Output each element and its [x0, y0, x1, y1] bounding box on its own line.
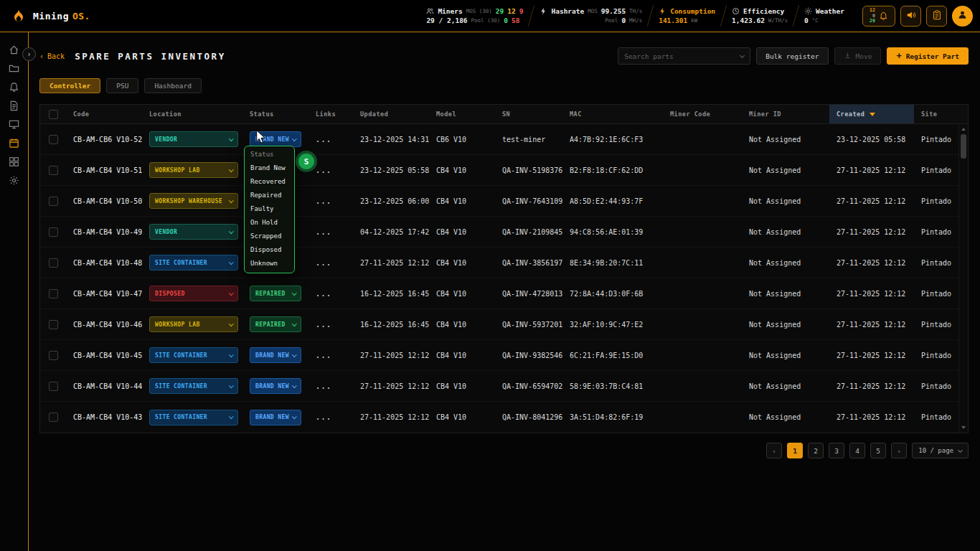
column-header-created[interactable]: Created	[829, 105, 914, 123]
sidebar-item-home[interactable]	[5, 42, 24, 57]
links-button[interactable]: ...	[316, 321, 332, 329]
cell-code: CB-AM-CB4_V10-51	[66, 166, 142, 174]
links-button[interactable]: ...	[316, 290, 332, 298]
page-size-select[interactable]: 10 / page	[912, 443, 969, 458]
mining-os-logo-icon	[10, 7, 27, 24]
location-select[interactable]: DISPOSED	[149, 286, 238, 301]
row-checkbox[interactable]	[49, 227, 58, 237]
status-option-faulty[interactable]: Faulty	[245, 202, 294, 215]
cell-model: CB4_V10	[429, 197, 495, 205]
register-part-button[interactable]: + Register Part	[887, 47, 969, 65]
tab-controller[interactable]: Controller	[39, 78, 100, 93]
scroll-down-icon[interactable]	[959, 423, 968, 432]
status-option-unknown[interactable]: Unknown	[245, 256, 294, 270]
sidebar-item-modules[interactable]	[5, 154, 24, 169]
page-button-2[interactable]: 2	[808, 443, 824, 458]
page-button-5[interactable]: 5	[870, 443, 886, 458]
links-button[interactable]: ...	[316, 136, 332, 143]
status-select[interactable]: BRAND NEW	[250, 378, 301, 394]
hashrate-pool-unit: MH/s	[629, 18, 642, 24]
scrollbar-thumb[interactable]	[961, 134, 966, 159]
cell-site: Pintado	[914, 197, 958, 205]
location-select[interactable]: VENDOR	[149, 224, 238, 240]
row-checkbox[interactable]	[49, 351, 58, 360]
links-button[interactable]: ...	[316, 382, 332, 390]
links-button[interactable]: ...	[316, 166, 332, 174]
status-select[interactable]: REPAIRED	[250, 316, 301, 332]
column-header-sn[interactable]: SN	[495, 105, 562, 123]
links-button[interactable]: ...	[316, 228, 332, 236]
profile-button[interactable]	[952, 6, 973, 27]
column-header-miner-code[interactable]: Miner Code	[663, 105, 742, 123]
page-button-1[interactable]: 1	[787, 443, 803, 458]
column-header-miner-id[interactable]: Miner ID	[742, 105, 829, 123]
status-option-brand-new[interactable]: Brand New	[245, 161, 294, 174]
row-checkbox[interactable]	[49, 166, 58, 175]
tab-hashboard[interactable]: Hashboard	[144, 78, 201, 93]
location-select[interactable]: WORKSHOP LAB	[149, 162, 238, 178]
location-select[interactable]: VENDOR	[149, 131, 238, 147]
status-option-repaired[interactable]: Repaired	[245, 188, 294, 202]
sidebar-item-folder[interactable]	[5, 60, 24, 76]
row-checkbox[interactable]	[49, 413, 58, 422]
sidebar-item-monitor[interactable]	[5, 116, 24, 132]
column-header-updated[interactable]: Updated	[353, 105, 429, 123]
column-header-code[interactable]: Code	[66, 105, 142, 123]
row-checkbox[interactable]	[49, 258, 58, 268]
sidebar-collapse-button[interactable]: ›	[22, 47, 36, 61]
location-select[interactable]: WORKSHOP WAREHOUSE	[149, 193, 238, 209]
links-button[interactable]: ...	[316, 197, 332, 205]
location-select[interactable]: WORKSHOP LAB	[149, 316, 238, 332]
logs-button[interactable]	[926, 6, 947, 27]
prev-page-button[interactable]: ‹	[766, 443, 782, 458]
status-option-recovered[interactable]: Recovered	[245, 174, 294, 188]
sidebar-item-settings[interactable]	[5, 172, 24, 188]
bulk-register-button[interactable]: Bulk register	[756, 47, 828, 65]
location-select[interactable]: SITE CONTAINER	[149, 347, 238, 363]
select-all-checkbox[interactable]	[49, 110, 58, 119]
consumption-label: Consumption	[670, 8, 715, 15]
status-select[interactable]: BRAND NEW	[250, 347, 301, 363]
status-option-disposed[interactable]: Disposed	[245, 242, 294, 256]
column-header-model[interactable]: Model	[429, 105, 495, 123]
column-header-links[interactable]: Links	[308, 105, 353, 123]
cell-location: WORKSHOP LAB	[142, 162, 242, 178]
page-button-4[interactable]: 4	[849, 443, 865, 458]
status-select[interactable]: BRAND NEW	[250, 410, 301, 425]
notifications-summary[interactable]: 12 0 29	[862, 6, 895, 27]
column-header-mac[interactable]: MAC	[562, 105, 663, 123]
row-checkbox[interactable]	[49, 382, 58, 391]
cell-sn: QA-INV-8041296573	[495, 413, 562, 421]
column-header-site[interactable]: Site	[914, 105, 958, 123]
sidebar-item-documents[interactable]	[5, 98, 24, 113]
location-select[interactable]: SITE CONTAINER	[149, 410, 238, 425]
status-option-scrapped[interactable]: Scrapped	[245, 229, 294, 242]
status-select[interactable]: REPAIRED	[250, 286, 301, 301]
move-button[interactable]: Move	[834, 47, 882, 65]
scroll-up-icon[interactable]	[959, 125, 968, 133]
links-button[interactable]: ...	[316, 259, 332, 267]
sidebar-item-notifications[interactable]	[5, 79, 24, 95]
column-header-status[interactable]: Status	[242, 105, 308, 123]
row-checkbox[interactable]	[49, 320, 58, 329]
status-select[interactable]: BRAND NEW	[250, 131, 301, 147]
next-page-button[interactable]: ›	[891, 443, 907, 458]
row-checkbox[interactable]	[49, 197, 58, 206]
cell-miner-id: Not Assigned	[742, 352, 829, 359]
row-checkbox[interactable]	[49, 289, 58, 298]
page-button-3[interactable]: 3	[829, 443, 844, 458]
tab-psu[interactable]: PSU	[106, 78, 138, 93]
location-select[interactable]: SITE CONTAINER	[149, 378, 238, 394]
links-button[interactable]: ...	[316, 413, 332, 421]
status-option-on-hold[interactable]: On Hold	[245, 215, 294, 229]
search-box[interactable]	[618, 47, 750, 65]
sound-button[interactable]	[900, 6, 921, 27]
back-button[interactable]: ‹ Back	[39, 52, 65, 60]
location-select[interactable]: SITE CONTAINER	[149, 255, 238, 270]
search-input[interactable]	[624, 52, 736, 60]
links-button[interactable]: ...	[316, 352, 332, 359]
column-header-location[interactable]: Location	[142, 105, 242, 123]
row-checkbox[interactable]	[49, 135, 58, 144]
table-scrollbar[interactable]	[958, 124, 968, 433]
sidebar-item-inventory[interactable]	[5, 135, 24, 151]
